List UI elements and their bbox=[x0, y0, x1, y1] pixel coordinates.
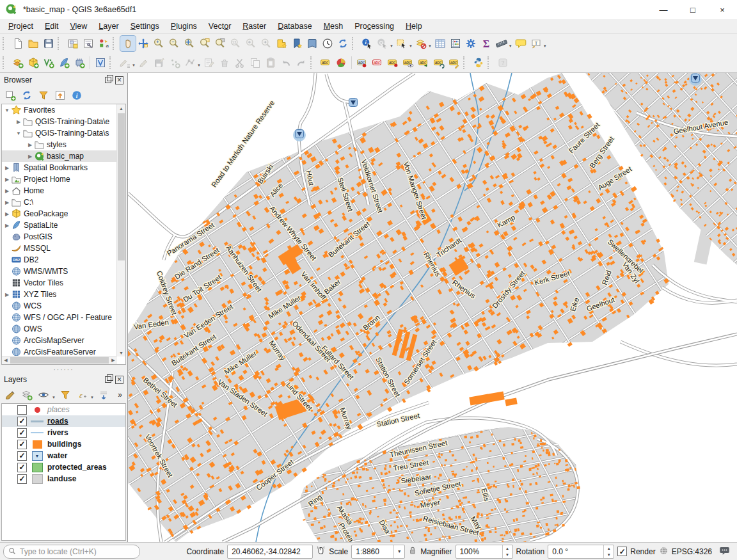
filter-by-expression-dropdown-icon[interactable]: ▼ bbox=[90, 390, 94, 399]
browser-item-wcs[interactable]: WCS bbox=[2, 300, 125, 312]
browser-item-qgis-training-data-s[interactable]: ▼QGIS-Training-Data\s bbox=[2, 127, 125, 139]
show-layout-manager-button[interactable] bbox=[81, 36, 96, 51]
new-memory-layer-button[interactable] bbox=[72, 55, 87, 70]
style-manager-button[interactable]: a bbox=[96, 36, 111, 51]
show-unplaced-labels-button[interactable]: abc bbox=[370, 55, 385, 70]
layer-item-water[interactable]: ✓▼water bbox=[2, 450, 125, 461]
browser-float-icon[interactable] bbox=[105, 77, 111, 83]
move-label-button[interactable]: abc bbox=[416, 55, 431, 70]
zoom-to-selection-button[interactable] bbox=[197, 36, 212, 51]
show-hide-labels-button[interactable]: abc bbox=[400, 55, 416, 70]
magnifier-spinbox[interactable]: 100%▲▼ bbox=[456, 545, 513, 559]
browser-item-styles[interactable]: ▶styles bbox=[2, 139, 125, 150]
menu-mesh[interactable]: Mesh bbox=[318, 20, 349, 32]
extents-toggle-icon[interactable] bbox=[316, 546, 326, 557]
expand-collapse-all-button[interactable] bbox=[96, 388, 111, 402]
identify-features-button[interactable]: i bbox=[360, 36, 375, 51]
expander-icon[interactable]: ▶ bbox=[26, 154, 34, 159]
measure-line-dropdown-icon[interactable]: ▼ bbox=[509, 39, 512, 48]
temporal-controller-button[interactable] bbox=[320, 36, 335, 51]
layer-item-protected_areas[interactable]: ✓protected_areas bbox=[2, 461, 125, 473]
menu-settings[interactable]: Settings bbox=[125, 20, 165, 32]
pin-unpin-labels-button[interactable]: abc bbox=[385, 55, 400, 70]
new-text-annotation-button[interactable]: T bbox=[528, 36, 544, 51]
layer-item-buildings[interactable]: ✓buildings bbox=[2, 438, 125, 450]
menu-database[interactable]: Database bbox=[272, 20, 318, 32]
browser-item-project-home[interactable]: ▶Project Home bbox=[2, 173, 125, 185]
browser-horizontal-scrollbar[interactable]: ◀▶ bbox=[2, 356, 117, 364]
crs-globe-icon[interactable] bbox=[659, 546, 669, 557]
statistical-summary-button[interactable]: Σ bbox=[479, 36, 494, 51]
processing-toolbox-button[interactable] bbox=[463, 36, 479, 51]
zoom-full-button[interactable] bbox=[182, 36, 197, 51]
open-layer-styling-button[interactable] bbox=[3, 388, 18, 402]
zoom-to-layer-button[interactable] bbox=[212, 36, 228, 51]
expander-icon[interactable]: ▶ bbox=[3, 223, 11, 228]
expander-icon[interactable]: ▶ bbox=[26, 142, 34, 148]
collapse-all-button[interactable] bbox=[52, 88, 68, 102]
browser-item-spatial-bookmarks[interactable]: ▶Spatial Bookmarks bbox=[2, 162, 125, 173]
minimize-button[interactable]: — bbox=[649, 0, 678, 19]
scale-combobox[interactable]: 1:8860▼ bbox=[351, 545, 405, 559]
layer-checkbox-buildings[interactable]: ✓ bbox=[17, 440, 27, 449]
expander-icon[interactable]: ▶ bbox=[15, 119, 22, 125]
expander-icon[interactable]: ▶ bbox=[3, 211, 11, 217]
save-project-button[interactable] bbox=[41, 36, 56, 51]
layers-float-icon[interactable] bbox=[105, 376, 111, 383]
menu-layer[interactable]: Layer bbox=[93, 20, 124, 32]
browser-item-basic-map[interactable]: ▶basic_map bbox=[2, 150, 125, 162]
menu-raster[interactable]: Raster bbox=[237, 20, 272, 32]
browser-item-postgis[interactable]: PostGIS bbox=[2, 231, 125, 243]
rotation-spinbox[interactable]: 0.0 °▲▼ bbox=[548, 545, 614, 559]
pan-map-button[interactable] bbox=[120, 36, 136, 51]
browser-item-wms-wmts[interactable]: WMS/WMTS bbox=[2, 266, 125, 277]
render-checkbox[interactable]: ✓ bbox=[617, 547, 627, 556]
open-field-calculator-button[interactable] bbox=[448, 36, 463, 51]
browser-close-icon[interactable]: × bbox=[115, 76, 123, 84]
layer-labeling-options-button[interactable]: abc bbox=[318, 55, 333, 70]
add-group-button[interactable] bbox=[19, 388, 35, 402]
deselect-features-dropdown-icon[interactable]: ▼ bbox=[428, 39, 432, 48]
zoom-in-button[interactable]: + bbox=[151, 36, 166, 51]
refresh-browser-button[interactable] bbox=[19, 88, 35, 102]
filter-legend-button[interactable] bbox=[58, 388, 73, 402]
layer-checkbox-protected_areas[interactable]: ✓ bbox=[17, 463, 27, 472]
lock-scale-icon[interactable] bbox=[408, 546, 417, 557]
browser-item-geopackage[interactable]: ▶GeoPackage bbox=[2, 208, 125, 220]
show-spatial-bookmarks-button[interactable] bbox=[289, 36, 305, 51]
browser-item-vector-tiles[interactable]: Vector Tiles bbox=[2, 277, 125, 289]
epsg-status[interactable]: EPSG:4326 bbox=[672, 547, 712, 556]
menu-processing[interactable]: Processing bbox=[349, 20, 400, 32]
add-selected-layers-button[interactable] bbox=[3, 88, 18, 102]
menu-view[interactable]: View bbox=[64, 20, 93, 32]
browser-item-db2[interactable]: DB2DB2 bbox=[2, 254, 125, 266]
pan-to-selection-button[interactable] bbox=[136, 36, 151, 51]
highlight-pinned-labels-button[interactable]: abc bbox=[354, 55, 370, 70]
enable-properties-widget-button[interactable]: i bbox=[69, 88, 84, 102]
measure-line-button[interactable] bbox=[494, 36, 509, 51]
manage-map-themes-button[interactable] bbox=[36, 388, 51, 402]
select-features-dropdown-icon[interactable]: ▼ bbox=[409, 39, 413, 48]
menu-plugins[interactable]: Plugins bbox=[165, 20, 203, 32]
python-console-button[interactable] bbox=[471, 55, 486, 70]
browser-item-home[interactable]: ▶Home bbox=[2, 185, 125, 196]
expander-icon[interactable]: ▶ bbox=[3, 200, 11, 205]
menu-project[interactable]: Project bbox=[3, 20, 39, 32]
change-label-button[interactable]: abc bbox=[447, 55, 462, 70]
browser-item-favorites[interactable]: ▼Favorites bbox=[2, 104, 125, 116]
show-bookmark-manager-button[interactable] bbox=[305, 36, 320, 51]
new-shapefile-layer-button[interactable] bbox=[41, 55, 56, 70]
manage-map-themes-dropdown-icon[interactable]: ▼ bbox=[52, 390, 56, 399]
expander-icon[interactable]: ▶ bbox=[3, 165, 11, 171]
open-attribute-table-button[interactable] bbox=[432, 36, 448, 51]
refresh-map-button[interactable] bbox=[335, 36, 351, 51]
rotate-label-button[interactable]: abc bbox=[431, 55, 447, 70]
select-features-button[interactable] bbox=[394, 36, 409, 51]
filter-browser-button[interactable] bbox=[36, 88, 51, 102]
browser-item-ows[interactable]: OWS bbox=[2, 323, 125, 335]
open-data-source-manager-button[interactable] bbox=[10, 55, 26, 70]
expander-icon[interactable]: ▼ bbox=[15, 131, 22, 136]
filter-by-expression-button[interactable]: ε bbox=[74, 388, 90, 402]
new-text-annotation-dropdown-icon[interactable]: ▼ bbox=[543, 39, 547, 48]
layers-toolbar-overflow[interactable]: » bbox=[118, 390, 125, 399]
